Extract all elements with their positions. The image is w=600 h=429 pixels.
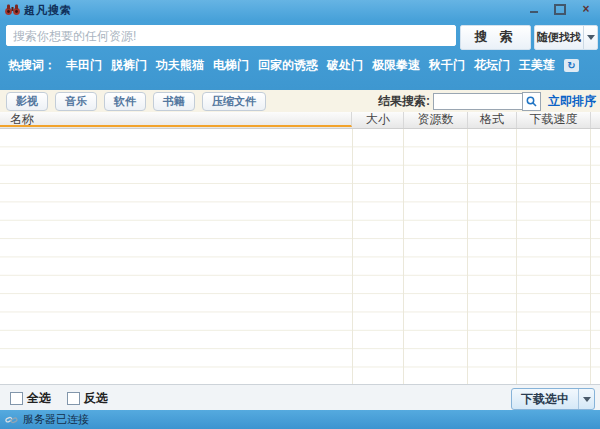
hot-keyword-link[interactable]: 丰田门 <box>66 57 102 74</box>
hot-keyword-link[interactable]: 功夫熊猫 <box>156 57 204 74</box>
invert-selection-group[interactable]: 反选 <box>67 390 108 407</box>
search-input[interactable] <box>6 25 456 46</box>
search-icon[interactable] <box>522 92 541 111</box>
search-area: 搜 索 随便找找 热搜词： 丰田门 脱裤门 功夫熊猫 电梯门 回家的诱惑 破处门… <box>0 20 600 90</box>
minimize-icon[interactable] <box>526 2 542 16</box>
results-table-header: 名称 大小 资源数 格式 下载速度 <box>0 112 600 129</box>
hot-keywords-label: 热搜词： <box>8 57 56 74</box>
column-header-size[interactable]: 大小 <box>353 112 404 128</box>
category-tabs: 影视 音乐 软件 书籍 压缩文件 <box>6 92 266 111</box>
close-icon[interactable]: × <box>578 2 594 16</box>
tab-software[interactable]: 软件 <box>104 92 146 111</box>
result-filter: 结果搜索: 立即排序 <box>378 92 596 111</box>
chevron-down-icon[interactable] <box>578 389 594 409</box>
search-button[interactable]: 搜 索 <box>460 25 531 50</box>
download-selected-button[interactable]: 下载选中 <box>511 388 595 410</box>
hot-keyword-link[interactable]: 秋千门 <box>429 57 465 74</box>
result-filter-input[interactable] <box>433 93 523 110</box>
select-all-checkbox[interactable] <box>10 392 23 405</box>
window-title: 超凡搜索 <box>24 0 72 20</box>
link-icon <box>5 414 18 425</box>
server-status-text: 服务器已连接 <box>23 412 89 427</box>
lucky-search-label: 随便找找 <box>535 30 583 45</box>
refresh-keywords-icon[interactable]: ↻ <box>564 59 579 72</box>
hot-keyword-link[interactable]: 花坛门 <box>474 57 510 74</box>
titlebar: 超凡搜索 × <box>0 0 600 20</box>
result-filter-label: 结果搜索: <box>378 93 430 110</box>
column-divider <box>352 129 353 384</box>
app-window: 超凡搜索 × 搜 索 随便找找 热搜词： 丰田门 脱裤门 功夫熊猫 电梯门 回家… <box>0 0 600 429</box>
hot-keyword-link[interactable]: 破处门 <box>327 57 363 74</box>
column-divider <box>403 129 404 384</box>
tab-archives[interactable]: 压缩文件 <box>202 92 266 111</box>
category-toolbar: 影视 音乐 软件 书籍 压缩文件 结果搜索: 立即排序 <box>0 90 600 112</box>
hot-keyword-link[interactable]: 极限拳速 <box>372 57 420 74</box>
maximize-icon[interactable] <box>552 2 568 16</box>
column-header-format[interactable]: 格式 <box>468 112 517 128</box>
selection-bar: 全选 反选 下载选中 <box>0 384 600 410</box>
chevron-down-icon[interactable] <box>583 26 597 49</box>
column-header-name[interactable]: 名称 <box>0 112 352 127</box>
tab-movies[interactable]: 影视 <box>6 92 48 111</box>
column-header-speed[interactable]: 下载速度 <box>517 112 591 128</box>
tab-books[interactable]: 书籍 <box>153 92 195 111</box>
select-all-label: 全选 <box>27 390 51 407</box>
binoculars-app-icon <box>5 3 20 16</box>
sort-now-link[interactable]: 立即排序 <box>548 93 596 110</box>
download-selected-label: 下载选中 <box>512 391 578 408</box>
hot-keywords-row: 热搜词： 丰田门 脱裤门 功夫熊猫 电梯门 回家的诱惑 破处门 极限拳速 秋千门… <box>8 57 592 74</box>
column-divider <box>516 129 517 384</box>
column-divider <box>590 129 591 384</box>
hot-keyword-link[interactable]: 电梯门 <box>213 57 249 74</box>
tab-music[interactable]: 音乐 <box>55 92 97 111</box>
window-controls: × <box>526 2 594 16</box>
column-divider <box>467 129 468 384</box>
lucky-search-button[interactable]: 随便找找 <box>534 25 598 50</box>
hot-keyword-link[interactable]: 王美莲 <box>519 57 555 74</box>
hot-keyword-link[interactable]: 回家的诱惑 <box>258 57 318 74</box>
results-table-body <box>0 129 600 384</box>
column-header-resources[interactable]: 资源数 <box>404 112 468 128</box>
invert-selection-label: 反选 <box>84 390 108 407</box>
hot-keyword-link[interactable]: 脱裤门 <box>111 57 147 74</box>
select-all-group[interactable]: 全选 <box>10 390 51 407</box>
invert-selection-checkbox[interactable] <box>67 392 80 405</box>
column-header-extra <box>591 112 600 128</box>
status-bar: 服务器已连接 <box>0 410 600 429</box>
